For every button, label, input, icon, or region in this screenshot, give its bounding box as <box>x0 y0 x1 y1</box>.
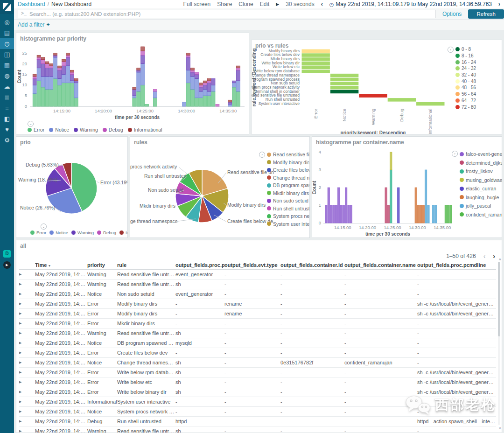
legend-item[interactable]: Debug <box>103 127 123 133</box>
legend-item[interactable]: 48 - 56 <box>455 84 476 91</box>
column-header-output_fields-proc-pcmdline[interactable]: output_fields.proc.pcmdline <box>417 261 496 269</box>
sidebar-item-logs[interactable]: ≣ <box>0 92 14 103</box>
column-header-output_fields-evt-type[interactable]: output_fields.evt.type <box>224 261 280 269</box>
sidebar-item-uptime[interactable]: ≡ <box>0 103 14 113</box>
legend-item[interactable]: Run shell untrusted <box>267 205 310 213</box>
refresh-interval[interactable]: 30 seconds <box>286 1 314 7</box>
legend-item[interactable]: Notice <box>49 127 69 133</box>
row-expand-icon[interactable]: ▶ <box>19 279 35 289</box>
time-range-picker[interactable]: ◷ May 22nd 2019, 14:11:09.179 to May 22n… <box>329 1 492 7</box>
row-expand-icon[interactable]: ▶ <box>19 318 35 328</box>
table-row[interactable]: ▶May 22nd 2019, 14:36:12.513ErrorMkdir b… <box>19 318 496 328</box>
legend-item[interactable]: Error <box>28 127 44 133</box>
row-expand-icon[interactable]: ▶ <box>19 348 35 357</box>
legend-item[interactable]: 56 - 64 <box>455 91 476 98</box>
sidebar-item-dev-tools[interactable]: ◧ <box>0 113 14 124</box>
legend-item[interactable]: frosty_liskov <box>460 167 502 176</box>
table-scrollbar-thumb[interactable] <box>498 262 500 336</box>
column-header-output_fields-container-name[interactable]: output_fields.container.name <box>344 261 417 269</box>
legend-item[interactable]: laughing_hugle <box>460 193 502 202</box>
sidebar-item-visualize[interactable]: ▤ <box>0 28 14 38</box>
prio-pie-chart[interactable]: Debug (5.63%)Warning (18.78%)Error (43.1… <box>16 145 127 231</box>
sidebar-item-infrastructure[interactable]: ☁ <box>0 81 14 92</box>
row-expand-icon[interactable]: ▶ <box>19 308 35 318</box>
top-menu-share[interactable]: Share <box>217 1 232 7</box>
table-row[interactable]: ▶May 22nd 2019, 14:36:10.511NoticeDB pro… <box>19 338 496 348</box>
legend-item[interactable]: Error <box>30 230 46 235</box>
table-row[interactable]: ▶May 22nd 2019, 14:36:15.517WarningRead … <box>19 279 496 289</box>
table-row[interactable]: ▶May 22nd 2019, 14:36:03.488Informationa… <box>19 397 496 406</box>
time-next-icon[interactable]: › <box>498 1 500 7</box>
table-row[interactable]: ▶May 22nd 2019, 14:36:14.516NoticeNon su… <box>19 289 496 299</box>
legend-item[interactable]: Mkdir binary dirs <box>267 189 310 197</box>
sidebar-item-canvas[interactable]: ◫ <box>0 49 14 60</box>
sort-desc-icon[interactable]: ▼ <box>47 264 51 267</box>
sidebar-item-maps[interactable]: ◍ <box>0 70 14 81</box>
legend-toggle-icon[interactable]: ⌄ <box>41 223 47 230</box>
table-row[interactable]: ▶May 22nd 2019, 14:36:05.504ErrorWrite b… <box>19 387 496 397</box>
add-filter-link[interactable]: Add a filter <box>18 21 44 28</box>
space-badge[interactable]: D <box>3 250 11 258</box>
legend-toggle-icon[interactable]: › <box>259 152 265 158</box>
column-header-output_fields-proc-pname[interactable]: output_fields.proc.pname <box>175 261 224 269</box>
table-row[interactable]: ▶May 22nd 2019, 14:36:07.506ErrorWrite b… <box>19 367 496 377</box>
legend-item[interactable]: 64 - 72 <box>455 98 476 104</box>
row-expand-icon[interactable]: ▶ <box>19 377 35 387</box>
collapse-nav-button[interactable]: ▶ <box>3 261 11 269</box>
row-expand-icon[interactable]: ▶ <box>19 269 35 279</box>
column-header-rule[interactable]: rule <box>117 261 175 269</box>
table-row[interactable]: ▶May 22nd 2019, 14:36:01.471DebugRun she… <box>19 416 496 426</box>
legend-item[interactable]: 0 - 8 <box>455 46 476 53</box>
legend-item[interactable]: Warning <box>74 127 98 133</box>
scroll-up-icon[interactable]: ˄ <box>499 257 501 262</box>
legend-toggle-icon[interactable]: ⌄ <box>28 121 34 127</box>
legend-item[interactable]: 32 - 40 <box>455 72 476 78</box>
legend-item[interactable]: DB program spawne... <box>267 182 310 189</box>
legend-item[interactable]: 8 - 16 <box>455 53 476 59</box>
table-row[interactable]: ▶May 22nd 2019, 14:36:06.505ErrorWrite b… <box>19 377 496 387</box>
legend-toggle-icon[interactable]: › <box>448 47 454 53</box>
table-row[interactable]: ▶May 22nd 2019, 14:36:08.506NoticeChange… <box>19 357 496 367</box>
legend-item[interactable]: Modify binary dirs <box>267 159 310 167</box>
legend-item[interactable]: Read sensitive file un... <box>267 151 310 159</box>
legend-item[interactable]: System user interactive <box>267 220 310 228</box>
legend-item[interactable]: musing_goldwasser <box>460 176 502 185</box>
top-menu-edit[interactable]: Edit <box>260 1 270 7</box>
legend-item[interactable]: Informational <box>119 230 128 235</box>
row-expand-icon[interactable]: ▶ <box>19 328 35 338</box>
row-expand-icon[interactable]: ▶ <box>19 406 35 416</box>
table-row[interactable]: ▶May 22nd 2019, 14:36:16.527WarningRead … <box>19 269 496 279</box>
legend-item[interactable]: 24 - 32 <box>455 65 476 72</box>
row-expand-icon[interactable]: ▶ <box>19 416 35 426</box>
row-expand-icon[interactable]: ▶ <box>19 357 35 367</box>
pagination-next-icon[interactable]: › <box>493 252 495 260</box>
sidebar-item-monitoring[interactable]: ♥ <box>0 124 14 135</box>
add-filter-plus-icon[interactable]: + <box>46 21 49 28</box>
sidebar-item-management[interactable]: ⚙ <box>0 135 14 146</box>
scroll-down-icon[interactable]: ˅ <box>499 426 501 431</box>
legend-item[interactable]: elastic_curran <box>460 184 502 193</box>
legend-item[interactable]: jolly_pascal <box>460 202 502 210</box>
top-menu-clone[interactable]: Clone <box>238 1 253 7</box>
table-row[interactable]: ▶May 22nd 2019, 14:36:09.507ErrorCreate … <box>19 348 496 357</box>
row-expand-icon[interactable]: ▶ <box>19 426 35 433</box>
legend-item[interactable]: Change thread name... <box>267 174 310 182</box>
sidebar-item-discover[interactable]: ◎ <box>0 17 14 28</box>
legend-item[interactable]: Notice <box>49 230 68 235</box>
table-row[interactable]: ▶May 22nd 2019, 14:36:11.512WarningRead … <box>19 328 496 338</box>
time-prev-icon[interactable]: ‹ <box>321 1 323 7</box>
column-header-output_fields-container-id[interactable]: output_fields.container.id <box>280 261 344 269</box>
top-menu-full-screen[interactable]: Full screen <box>183 1 211 7</box>
table-row[interactable]: ▶May 22nd 2019, 14:36:02.486NoticeSystem… <box>19 406 496 416</box>
kibana-logo[interactable] <box>0 0 14 14</box>
legend-item[interactable]: Non sudo setuid <box>267 197 310 205</box>
pagination-prev-icon[interactable]: ‹ <box>483 252 486 260</box>
row-expand-icon[interactable]: ▶ <box>19 387 35 397</box>
sidebar-item-machine-learning[interactable]: ▦ <box>0 60 14 70</box>
table-row[interactable]: ▶May 22nd 2019, 14:36:13.514ErrorModify … <box>19 299 496 308</box>
column-header-Time[interactable]: Time ▼ <box>35 261 87 269</box>
legend-item[interactable]: System procs networ... <box>267 212 310 220</box>
row-expand-icon[interactable]: ▶ <box>19 299 35 308</box>
legend-item[interactable]: Warning <box>71 230 94 235</box>
legend-item[interactable]: Create files below dev <box>267 166 310 174</box>
